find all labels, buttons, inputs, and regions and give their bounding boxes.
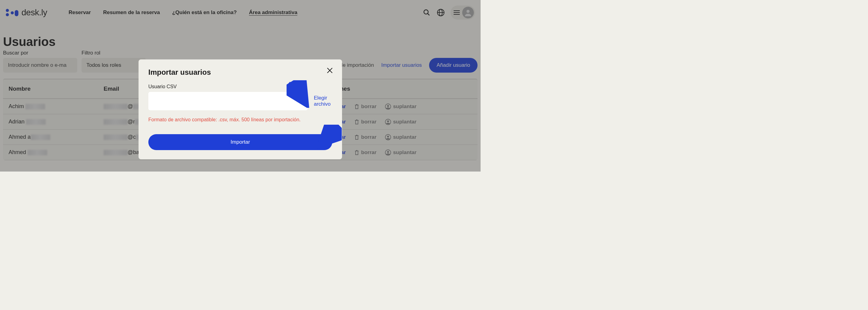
choose-file-link[interactable]: Elegir archivo bbox=[314, 95, 332, 107]
modal-overlay[interactable]: Importar usuarios Usuario CSV Elegir arc… bbox=[0, 0, 480, 172]
import-users-modal: Importar usuarios Usuario CSV Elegir arc… bbox=[138, 60, 342, 159]
import-submit-button[interactable]: Importar bbox=[148, 134, 332, 150]
close-icon[interactable] bbox=[327, 67, 333, 75]
modal-title: Importar usuarios bbox=[148, 68, 332, 77]
helper-text: Formato de archivo compatible: .csv, máx… bbox=[148, 117, 332, 123]
csv-field-label: Usuario CSV bbox=[148, 84, 332, 90]
file-row: Elegir archivo bbox=[148, 92, 332, 110]
file-input[interactable] bbox=[148, 92, 308, 110]
